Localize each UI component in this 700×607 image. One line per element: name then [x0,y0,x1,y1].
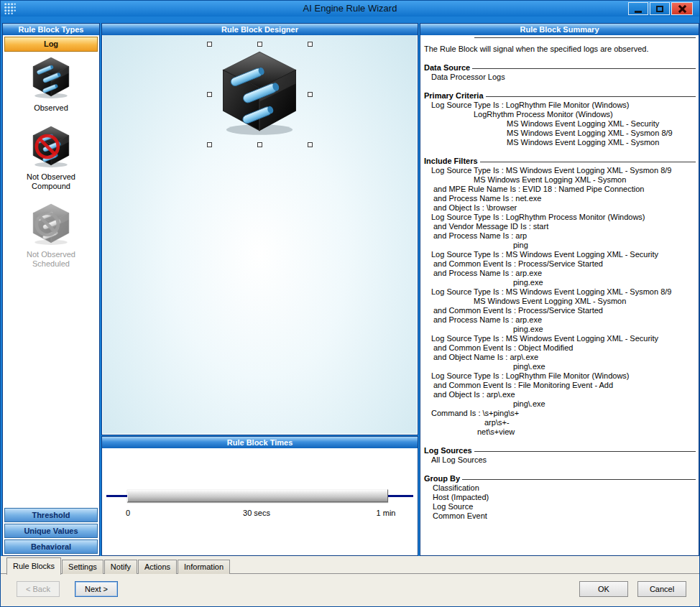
tab-notify[interactable]: Notify [104,560,137,574]
summary-section-title: Primary Criteria [424,91,696,101]
next-button[interactable]: Next > [75,581,118,597]
section-rule-line [486,96,696,97]
rule-block-type-label: Not Observed Scheduled [14,250,88,269]
summary-line: Log Source Type Is : MS Windows Event Lo… [424,334,696,343]
behavioral-category-button[interactable]: Behavioral [4,539,98,554]
tab-actions[interactable]: Actions [138,560,177,574]
section-rule-line [474,451,696,452]
summary-line: LogRhythm Process Monitor (Windows) [424,110,696,119]
not-observed-compound-cube-icon [26,124,76,169]
summary-line: MS Windows Event Logging XML - Sysmon [424,138,696,147]
section-rule-line [472,68,696,69]
rule-block-times-header: Rule Block Times [102,437,418,448]
rule-block-summary-panel: Rule Block Summary The Rule Block will s… [420,23,699,556]
summary-line: Log Source Type Is : MS Windows Event Lo… [424,287,696,297]
threshold-category-button[interactable]: Threshold [4,508,98,522]
minimize-button[interactable] [628,2,648,15]
summary-line: MS Windows Event Logging XML - Sysmon [424,297,696,306]
minimize-icon [635,11,642,13]
summary-section-title: Group By [424,474,696,483]
rule-block-cube-icon[interactable] [214,45,305,140]
summary-line: Log Source Type Is : MS Windows Event Lo… [424,166,696,175]
close-button[interactable] [671,2,693,15]
selected-rule-block[interactable] [209,44,310,144]
window-controls [628,2,693,15]
tab-information[interactable]: Information [178,560,230,574]
close-icon [678,4,687,14]
summary-line: and Object Is : arp\.exe [424,390,696,399]
observed-cube-icon [26,55,76,100]
title-bar: AI Engine Rule Wizard [1,1,699,17]
summary-body: The Rule Block will signal when the spec… [421,35,698,555]
ok-button[interactable]: OK [579,581,628,597]
selection-handle[interactable] [207,42,212,47]
summary-line: net\s+view [424,427,696,437]
summary-line: and MPE Rule Name Is : EVID 18 : Named P… [424,185,696,194]
rule-block-types-panel: Rule Block Types Log Observed Not Observ… [2,23,100,556]
window-title: AI Engine Rule Wizard [1,3,699,14]
summary-line: Data Processor Logs [424,73,696,82]
summary-sections: Data SourceData Processor LogsPrimary Cr… [424,63,696,521]
tab-rule-blocks[interactable]: Rule Blocks [6,557,61,575]
unique-values-category-button[interactable]: Unique Values [4,524,98,538]
summary-line: ping\.exe [424,362,696,371]
summary-line: and Vendor Message ID Is : start [424,222,696,231]
rule-block-types-header: Rule Block Types [3,24,99,35]
selection-handle[interactable] [207,92,212,97]
summary-line: and Process Name Is : arp.exe [424,269,696,278]
summary-line: MS Windows Event Logging XML - Security [424,119,696,129]
summary-line: and Process Name Is : net.exe [424,194,696,203]
time-slider-bar[interactable] [127,489,388,502]
maximize-icon [656,6,663,12]
summary-section: Include FiltersLog Source Type Is : MS W… [424,157,696,437]
summary-section-title: Log Sources [424,446,696,455]
summary-section: Log SourcesAll Log Sources [424,446,696,465]
summary-line: ping.exe [424,325,696,334]
rule-block-type-observed[interactable]: Observed [3,55,99,113]
log-category-button[interactable]: Log [4,37,98,52]
designer-canvas[interactable] [103,35,417,434]
summary-section-title: Data Source [424,63,696,73]
selection-handle[interactable] [308,42,313,47]
summary-line: All Log Sources [424,455,696,465]
summary-line: Log Source [424,502,696,511]
tick-label-30secs: 30 secs [243,509,270,517]
summary-line: Log Source Type Is : LogRhythm File Moni… [424,101,696,110]
rule-block-type-not-observed-scheduled[interactable]: Not Observed Scheduled [3,202,99,269]
summary-section: Group ByClassificationHost (Impacted)Log… [424,474,696,521]
selection-handle[interactable] [308,92,313,97]
rule-block-type-not-observed-compound[interactable]: Not Observed Compound [3,124,99,191]
summary-line: Common Event [424,511,696,521]
summary-line: Log Source Type Is : LogRhythm Process M… [424,213,696,222]
summary-line: and Object Is : \browser [424,203,696,213]
summary-line: and Common Event Is : Object Modified [424,343,696,353]
tab-strip: Rule Blocks Settings Notify Actions Info… [6,557,231,575]
summary-section: Primary CriteriaLog Source Type Is : Log… [424,91,696,147]
selection-handle[interactable] [257,42,262,47]
summary-line: ping [424,241,696,250]
summary-line: MS Windows Event Logging XML - Sysmon [424,175,696,185]
selection-handle[interactable] [207,142,212,147]
rule-block-designer-header: Rule Block Designer [102,24,418,35]
summary-intro-text: The Rule Block will signal when the spec… [424,45,696,54]
section-rule-line [480,162,696,162]
cancel-button[interactable]: Cancel [637,581,686,597]
section-rule-line [462,479,696,480]
summary-section: Data SourceData Processor Logs [424,63,696,82]
tab-settings[interactable]: Settings [62,560,103,574]
selection-handle[interactable] [257,142,262,147]
summary-line: ping.exe [424,278,696,287]
rule-block-summary-header: Rule Block Summary [420,24,699,35]
rule-block-designer-panel: Rule Block Designer [101,23,418,435]
back-button[interactable]: < Back [17,581,60,597]
summary-line: and Common Event Is : File Monitoring Ev… [424,381,696,390]
maximize-button[interactable] [650,2,670,15]
selection-handle[interactable] [308,142,313,147]
tick-label-0: 0 [126,509,130,517]
summary-line: and Process Name Is : arp [424,231,696,241]
summary-line: Log Source Type Is : LogRhythm File Moni… [424,371,696,381]
summary-line: Host (Impacted) [424,493,696,502]
summary-line: ping\.exe [424,399,696,409]
summary-line: and Common Event Is : Process/Service St… [424,259,696,269]
rule-block-type-label: Not Observed Compound [14,172,88,191]
